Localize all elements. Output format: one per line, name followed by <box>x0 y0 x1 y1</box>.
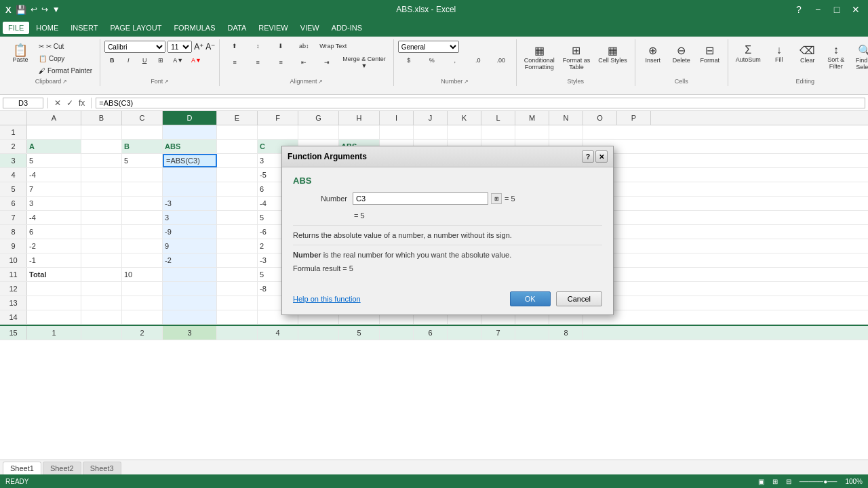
arg-number-row: Number ⊞ = 5 <box>293 192 602 205</box>
arg-result-1: = 5 <box>505 195 515 203</box>
dialog-help-button[interactable]: ? <box>582 150 594 163</box>
function-arguments-dialog: Function Arguments ? ✕ ABS Number ⊞ = 5 … <box>281 146 614 315</box>
dialog-close-button[interactable]: ✕ <box>595 150 608 163</box>
dialog-content: ABS Number ⊞ = 5 = 5 Returns the absolut… <box>282 167 613 286</box>
dialog-title-bar[interactable]: Function Arguments ? ✕ <box>282 146 613 167</box>
dialog-overlay: Function Arguments ? ✕ ABS Number ⊞ = 5 … <box>0 0 868 474</box>
dialog-title: Function Arguments <box>288 152 367 161</box>
function-name: ABS <box>293 176 602 186</box>
dialog-footer: Help on this function OK Cancel <box>282 286 613 314</box>
second-result-row: = 5 <box>354 211 602 220</box>
help-link[interactable]: Help on this function <box>293 295 361 303</box>
arg-input-wrap: ⊞ = 5 <box>353 192 602 205</box>
dialog-action-buttons: OK Cancel <box>510 291 602 306</box>
dialog-arg-detail: Number is the real number for which you … <box>293 251 602 259</box>
dialog-description: Returns the absolute value of a number, … <box>293 225 602 245</box>
arg-range-picker-button[interactable]: ⊞ <box>491 193 502 204</box>
formula-result-row: Formula result = 5 <box>293 264 602 272</box>
arg-number-label: Number <box>293 195 347 203</box>
dialog-cancel-button[interactable]: Cancel <box>556 291 602 306</box>
arg-number-input[interactable] <box>353 192 488 205</box>
dialog-title-buttons: ? ✕ <box>582 150 608 163</box>
dialog-ok-button[interactable]: OK <box>510 291 551 306</box>
